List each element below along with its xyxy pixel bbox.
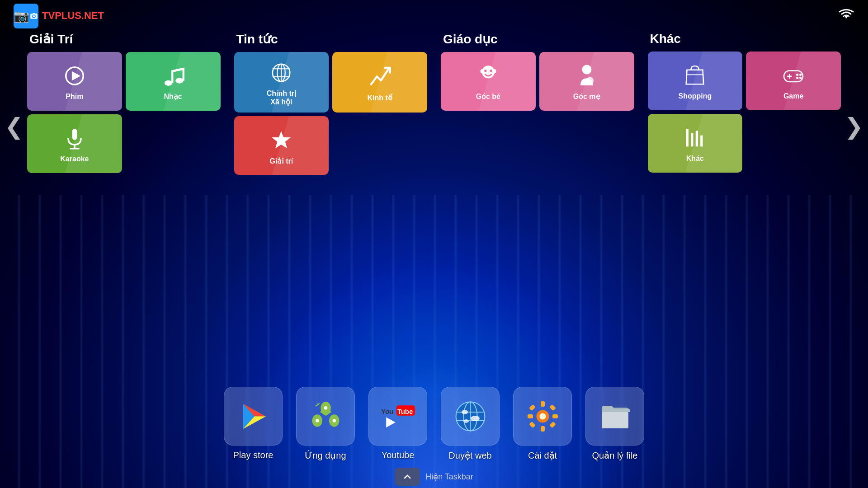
app-ung-dung[interactable]: Ứng dụng (296, 387, 355, 461)
tile-phim[interactable]: Phim (27, 52, 122, 111)
svg-rect-4 (35, 13, 37, 14)
category-khac: Khác Shopping (648, 32, 841, 175)
khac-grid: Shopping Game (648, 52, 841, 173)
app-quan-ly-file[interactable]: Quản lý file (585, 387, 644, 461)
category-tin-tuc: Tin tức Chính trịXã hội (234, 32, 428, 175)
svg-rect-36 (691, 133, 693, 147)
app-play-store[interactable]: Play store (224, 387, 283, 461)
taskbar-button[interactable] (395, 468, 420, 486)
cai-dat-label: Cài đặt (528, 450, 557, 461)
play-store-icon-wrapper (224, 387, 283, 446)
tile-phim-label: Phim (66, 92, 83, 101)
youtube-label: Youtube (382, 450, 415, 460)
category-giao-duc: Giáo dục Góc bé (441, 32, 634, 175)
svg-point-22 (490, 70, 492, 72)
tile-goc-me[interactable]: Góc mẹ (539, 52, 634, 111)
tile-goc-be-label: Góc bé (476, 92, 500, 101)
svg-point-24 (493, 70, 496, 74)
tile-goc-me-label: Góc mẹ (573, 92, 600, 101)
tile-kinh-te[interactable]: Kinh tế (332, 52, 427, 113)
svg-point-49 (316, 419, 319, 422)
tile-goc-be[interactable]: Góc bé (441, 52, 536, 111)
play-store-label: Play store (233, 450, 274, 460)
svg-point-2 (33, 15, 35, 17)
nav-arrow-right[interactable]: ❯ (844, 113, 863, 140)
tile-karaoke-label: Karaoke (60, 155, 89, 163)
svg-rect-35 (686, 129, 689, 147)
svg-point-23 (480, 70, 483, 74)
svg-rect-11 (72, 129, 77, 140)
logo: TVPLUS.NET (14, 4, 104, 28)
tile-nhac[interactable]: Nhạc (126, 52, 221, 111)
tile-chinh-tri[interactable]: Chính trịXã hội (234, 52, 329, 113)
app-duyet-web[interactable]: Duyệt web (441, 387, 500, 461)
svg-point-50 (332, 419, 336, 422)
svg-marker-19 (272, 131, 291, 149)
svg-rect-38 (701, 136, 703, 147)
tin-tuc-grid: Chính trịXã hội Kinh tế Giải trí (234, 52, 428, 175)
quan-ly-file-label: Quản lý file (592, 450, 638, 461)
svg-rect-74 (529, 421, 536, 428)
tile-giai-tri-news[interactable]: Giải trí (234, 116, 329, 175)
tile-karaoke[interactable]: Karaoke (27, 114, 122, 173)
giao-duc-grid: Góc bé Góc mẹ (441, 52, 634, 111)
svg-rect-28 (784, 71, 803, 82)
header: TVPLUS.NET (0, 0, 868, 32)
svg-line-10 (172, 69, 184, 71)
tile-chinh-tri-label: Chính trịXã hội (267, 89, 296, 106)
svg-rect-77 (602, 412, 628, 428)
tile-game[interactable]: Game (746, 52, 841, 110)
tile-khac-label: Khác (686, 154, 704, 163)
tile-game-label: Game (783, 92, 803, 100)
tile-shopping[interactable]: Shopping (648, 52, 743, 110)
taskbar-label: Hiện Taskbar (425, 472, 473, 482)
category-giao-duc-title: Giáo dục (441, 32, 634, 47)
svg-point-63 (462, 410, 468, 414)
bottom-app-bar: Play store Ứng dụng You T (0, 387, 868, 461)
wifi-icon (838, 8, 854, 24)
svg-point-31 (796, 74, 798, 76)
svg-point-32 (799, 74, 802, 76)
tile-shopping-label: Shopping (678, 92, 712, 100)
categories: Giải Trí Phim (27, 32, 841, 175)
svg-rect-68 (541, 401, 545, 407)
tile-kinh-te-label: Kinh tế (367, 94, 392, 102)
svg-point-65 (463, 419, 469, 423)
cai-dat-icon-wrapper (513, 387, 572, 446)
giai-tri-grid: Phim Nhạc (27, 52, 221, 173)
svg-rect-37 (696, 131, 698, 147)
svg-rect-75 (549, 421, 556, 428)
svg-point-8 (164, 80, 172, 86)
svg-point-64 (471, 416, 480, 421)
logo-plus: PLUS.NET (55, 10, 104, 21)
svg-point-7 (72, 74, 77, 79)
svg-rect-3 (33, 13, 35, 14)
category-tin-tuc-title: Tin tức (234, 32, 428, 47)
app-youtube[interactable]: You Tube Youtube (368, 387, 427, 461)
svg-point-67 (539, 413, 546, 419)
svg-rect-73 (549, 404, 556, 411)
tile-khac[interactable]: Khác (648, 114, 743, 173)
nav-arrow-left[interactable]: ❮ (5, 113, 24, 140)
main-content: Giải Trí Phim (0, 32, 868, 175)
category-giai-tri: Giải Trí Phim (27, 32, 221, 175)
svg-rect-71 (552, 414, 558, 418)
svg-point-21 (484, 70, 486, 72)
app-cai-dat[interactable]: Cài đặt (513, 387, 572, 461)
logo-tv: TV (42, 10, 55, 21)
duyet-web-icon-wrapper (441, 387, 500, 446)
svg-rect-69 (541, 426, 545, 432)
category-khac-title: Khác (648, 32, 841, 46)
svg-point-25 (582, 65, 591, 75)
svg-point-34 (799, 77, 802, 79)
quan-ly-file-icon-wrapper (585, 387, 644, 446)
svg-rect-70 (528, 414, 533, 418)
ung-dung-label: Ứng dụng (305, 450, 346, 461)
svg-rect-72 (529, 404, 536, 411)
tile-nhac-label: Nhạc (164, 92, 182, 101)
svg-text:You: You (381, 407, 393, 415)
svg-marker-56 (386, 417, 396, 427)
logo-text: TVPLUS.NET (42, 10, 104, 22)
category-giai-tri-title: Giải Trí (27, 32, 221, 47)
svg-point-33 (796, 77, 798, 79)
